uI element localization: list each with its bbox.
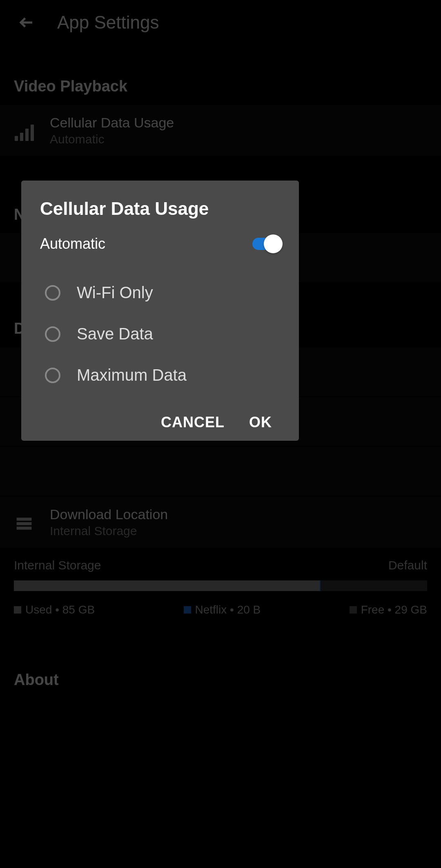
- option-save-data[interactable]: Save Data: [40, 313, 280, 355]
- cancel-button[interactable]: CANCEL: [161, 414, 225, 431]
- option-maximum-data[interactable]: Maximum Data: [40, 355, 280, 396]
- radio-icon: [45, 285, 60, 301]
- radio-label: Maximum Data: [77, 366, 187, 384]
- toggle-thumb: [264, 234, 283, 253]
- radio-icon: [45, 368, 60, 383]
- option-wifi-only[interactable]: Wi-Fi Only: [40, 272, 280, 313]
- radio-label: Save Data: [77, 325, 153, 343]
- automatic-label: Automatic: [40, 235, 105, 252]
- cellular-data-dialog: Cellular Data Usage Automatic Wi-Fi Only…: [21, 181, 299, 441]
- ok-button[interactable]: OK: [249, 414, 272, 431]
- automatic-toggle[interactable]: [252, 238, 280, 250]
- radio-label: Wi-Fi Only: [77, 283, 153, 302]
- automatic-toggle-row[interactable]: Automatic: [40, 235, 280, 252]
- dialog-actions: CANCEL OK: [40, 414, 280, 431]
- radio-icon: [45, 326, 60, 342]
- dialog-title: Cellular Data Usage: [40, 199, 280, 219]
